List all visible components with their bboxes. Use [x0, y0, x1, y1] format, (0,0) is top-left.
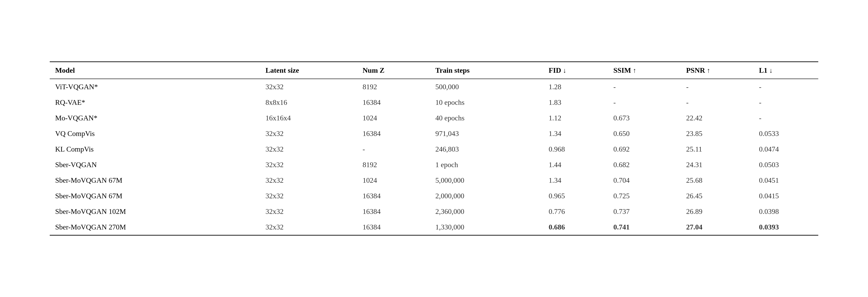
cell-psnr-7: 26.45	[681, 188, 754, 204]
cell-ssim-9: 0.741	[608, 219, 681, 235]
cell-numz-0: 8192	[357, 79, 430, 95]
cell-model-3: VQ CompVis	[50, 126, 260, 141]
table-row: Sber-MoVQGAN 102M32x32163842,360,0000.77…	[50, 204, 818, 219]
fid-arrow: ↓	[563, 67, 566, 74]
table-row: Sber-VQGAN32x3281921 epoch1.440.68224.31…	[50, 157, 818, 172]
cell-latent-3: 32x32	[260, 126, 357, 141]
cell-fid-1: 1.83	[543, 95, 608, 110]
cell-ssim-2: 0.673	[608, 110, 681, 126]
cell-ssim-5: 0.682	[608, 157, 681, 172]
col-header-model: Model	[50, 62, 260, 79]
cell-model-4: KL CompVis	[50, 141, 260, 157]
cell-fid-4: 0.968	[543, 141, 608, 157]
cell-psnr-0: -	[681, 79, 754, 95]
table-row: KL CompVis32x32-246,8030.9680.69225.110.…	[50, 141, 818, 157]
cell-latent-0: 32x32	[260, 79, 357, 95]
cell-ssim-7: 0.725	[608, 188, 681, 204]
cell-model-7: Sber-MoVQGAN 67M	[50, 188, 260, 204]
cell-train-7: 2,000,000	[430, 188, 543, 204]
cell-train-6: 5,000,000	[430, 172, 543, 188]
cell-model-1: RQ-VAE*	[50, 95, 260, 110]
cell-numz-9: 16384	[357, 219, 430, 235]
cell-model-6: Sber-MoVQGAN 67M	[50, 172, 260, 188]
cell-numz-4: -	[357, 141, 430, 157]
col-header-ssim: SSIM ↑	[608, 62, 681, 79]
cell-latent-7: 32x32	[260, 188, 357, 204]
cell-ssim-6: 0.704	[608, 172, 681, 188]
cell-model-8: Sber-MoVQGAN 102M	[50, 204, 260, 219]
cell-latent-9: 32x32	[260, 219, 357, 235]
cell-numz-3: 16384	[357, 126, 430, 141]
cell-numz-1: 16384	[357, 95, 430, 110]
cell-fid-9: 0.686	[543, 219, 608, 235]
table-row: ViT-VQGAN*32x328192500,0001.28---	[50, 79, 818, 95]
cell-latent-2: 16x16x4	[260, 110, 357, 126]
table-header-row: Model Latent size Num Z Train steps FID …	[50, 62, 818, 79]
table-row: Mo-VQGAN*16x16x4102440 epochs1.120.67322…	[50, 110, 818, 126]
cell-l1-6: 0.0451	[754, 172, 818, 188]
cell-l1-3: 0.0533	[754, 126, 818, 141]
cell-latent-5: 32x32	[260, 157, 357, 172]
cell-ssim-3: 0.650	[608, 126, 681, 141]
cell-l1-8: 0.0398	[754, 204, 818, 219]
cell-model-5: Sber-VQGAN	[50, 157, 260, 172]
table-row: Sber-MoVQGAN 67M32x3210245,000,0001.340.…	[50, 172, 818, 188]
cell-psnr-3: 23.85	[681, 126, 754, 141]
cell-latent-8: 32x32	[260, 204, 357, 219]
cell-numz-5: 8192	[357, 157, 430, 172]
cell-fid-7: 0.965	[543, 188, 608, 204]
col-header-train: Train steps	[430, 62, 543, 79]
cell-numz-2: 1024	[357, 110, 430, 126]
cell-train-2: 40 epochs	[430, 110, 543, 126]
cell-latent-1: 8x8x16	[260, 95, 357, 110]
cell-model-0: ViT-VQGAN*	[50, 79, 260, 95]
cell-latent-4: 32x32	[260, 141, 357, 157]
cell-psnr-4: 25.11	[681, 141, 754, 157]
cell-l1-4: 0.0474	[754, 141, 818, 157]
cell-train-1: 10 epochs	[430, 95, 543, 110]
cell-ssim-0: -	[608, 79, 681, 95]
psnr-arrow: ↑	[707, 67, 710, 74]
cell-numz-8: 16384	[357, 204, 430, 219]
cell-psnr-1: -	[681, 95, 754, 110]
cell-train-0: 500,000	[430, 79, 543, 95]
cell-psnr-5: 24.31	[681, 157, 754, 172]
table-row: VQ CompVis32x3216384971,0431.340.65023.8…	[50, 126, 818, 141]
cell-fid-8: 0.776	[543, 204, 608, 219]
ssim-arrow: ↑	[633, 67, 636, 74]
cell-fid-5: 1.44	[543, 157, 608, 172]
cell-model-9: Sber-MoVQGAN 270M	[50, 219, 260, 235]
cell-numz-6: 1024	[357, 172, 430, 188]
cell-numz-7: 16384	[357, 188, 430, 204]
table-row: Sber-MoVQGAN 67M32x32163842,000,0000.965…	[50, 188, 818, 204]
col-header-fid: FID ↓	[543, 62, 608, 79]
comparison-table: Model Latent size Num Z Train steps FID …	[50, 61, 818, 236]
cell-l1-1: -	[754, 95, 818, 110]
cell-l1-0: -	[754, 79, 818, 95]
cell-l1-7: 0.0415	[754, 188, 818, 204]
cell-fid-6: 1.34	[543, 172, 608, 188]
cell-train-9: 1,330,000	[430, 219, 543, 235]
cell-train-3: 971,043	[430, 126, 543, 141]
cell-psnr-2: 22.42	[681, 110, 754, 126]
cell-train-5: 1 epoch	[430, 157, 543, 172]
table-container: Model Latent size Num Z Train steps FID …	[50, 61, 818, 236]
cell-psnr-9: 27.04	[681, 219, 754, 235]
cell-l1-2: -	[754, 110, 818, 126]
cell-fid-2: 1.12	[543, 110, 608, 126]
cell-model-2: Mo-VQGAN*	[50, 110, 260, 126]
table-row: RQ-VAE*8x8x161638410 epochs1.83---	[50, 95, 818, 110]
col-header-psnr: PSNR ↑	[681, 62, 754, 79]
cell-l1-9: 0.0393	[754, 219, 818, 235]
cell-train-4: 246,803	[430, 141, 543, 157]
cell-fid-3: 1.34	[543, 126, 608, 141]
cell-latent-6: 32x32	[260, 172, 357, 188]
col-header-latent: Latent size	[260, 62, 357, 79]
cell-ssim-1: -	[608, 95, 681, 110]
col-header-l1: L1 ↓	[754, 62, 818, 79]
cell-l1-5: 0.0503	[754, 157, 818, 172]
cell-ssim-4: 0.692	[608, 141, 681, 157]
cell-fid-0: 1.28	[543, 79, 608, 95]
l1-arrow: ↓	[769, 67, 773, 74]
cell-train-8: 2,360,000	[430, 204, 543, 219]
